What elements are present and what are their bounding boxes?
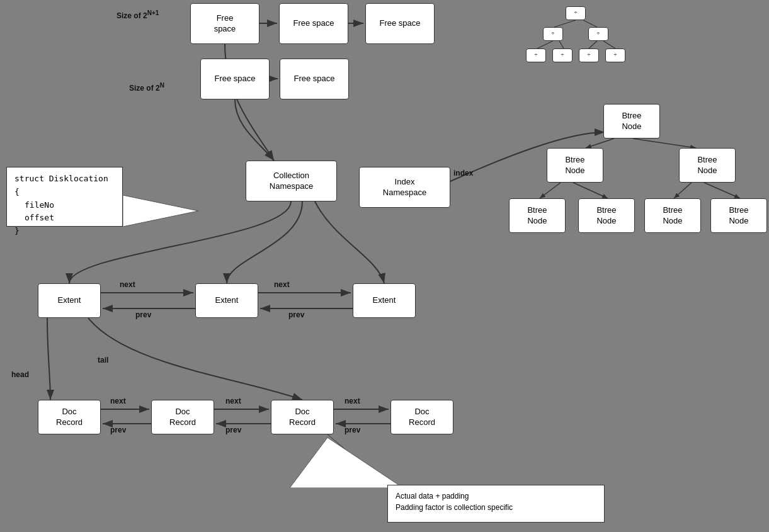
free-space-node-5: Free space xyxy=(280,59,349,99)
svg-line-24 xyxy=(537,41,553,48)
doc-prev-2-label: prev xyxy=(225,426,241,434)
svg-marker-28 xyxy=(123,195,198,227)
doc-next-3-label: next xyxy=(345,397,360,405)
svg-line-10 xyxy=(704,183,740,198)
collection-namespace-node: CollectionNamespace xyxy=(246,161,337,201)
size-2n1-label: Size of 2N+1 xyxy=(117,9,159,20)
index-namespace-node: IndexNamespace xyxy=(359,167,450,208)
svg-line-8 xyxy=(573,183,608,198)
doc-next-1-label: next xyxy=(110,397,126,405)
tail-label: tail xyxy=(98,356,108,365)
btree-l2-2-node: BtreeNode xyxy=(578,198,635,233)
btree-l2-4-node: BtreeNode xyxy=(710,198,767,233)
doc-prev-1-label: prev xyxy=(110,426,126,434)
extent-2-node: Extent xyxy=(195,283,258,318)
svg-line-5 xyxy=(586,139,614,148)
svg-line-22 xyxy=(554,20,576,27)
svg-line-27 xyxy=(603,41,615,48)
extent-3-node: Extent xyxy=(353,283,416,318)
extent-next-2-label: next xyxy=(274,280,290,289)
free-space-node-1: Free space xyxy=(190,3,259,44)
doc-record-1-node: DocRecord xyxy=(38,400,101,434)
free-space-node-2: Free space xyxy=(279,3,348,44)
btree-l1-left-node: BtreeNode xyxy=(547,148,603,183)
extent-next-1-label: next xyxy=(120,280,135,289)
doc-prev-3-label: prev xyxy=(345,426,360,434)
btree-l1-right-node: BtreeNode xyxy=(679,148,736,183)
extent-1-node: Extent xyxy=(38,283,101,318)
doc-record-4-node: DocRecord xyxy=(390,400,453,434)
btree-l2-1-node: BtreeNode xyxy=(509,198,566,233)
btree-l2-3-node: BtreeNode xyxy=(644,198,701,233)
svg-line-25 xyxy=(559,41,564,48)
extent-prev-1-label: prev xyxy=(135,310,151,319)
svg-line-26 xyxy=(589,41,597,48)
struct-disklocation-box: struct Disklocation { fileNo offset } xyxy=(6,167,123,227)
doc-record-2-node: DocRecord xyxy=(151,400,214,434)
doc-record-3-node: DocRecord xyxy=(271,400,334,434)
size-2n-label: Size of 2N xyxy=(129,82,164,93)
svg-marker-29 xyxy=(290,438,403,488)
svg-line-7 xyxy=(540,183,561,198)
svg-line-6 xyxy=(633,139,696,148)
svg-line-23 xyxy=(583,20,597,27)
free-space-node-4: Free space xyxy=(200,59,270,99)
extent-prev-2-label: prev xyxy=(288,310,304,319)
callout-padding-box: Actual data + padding Padding factor is … xyxy=(387,485,605,523)
free-space-node-3: Free space xyxy=(365,3,435,44)
index-link-label: index xyxy=(453,169,473,178)
svg-line-9 xyxy=(674,183,692,198)
head-label: head xyxy=(11,370,29,379)
btree-root-node: BtreeNode xyxy=(603,104,660,139)
doc-next-2-label: next xyxy=(225,397,241,405)
